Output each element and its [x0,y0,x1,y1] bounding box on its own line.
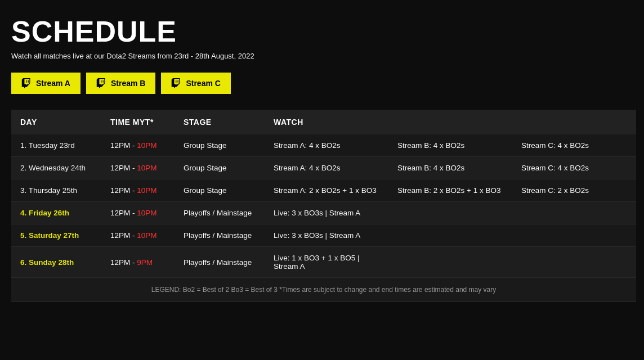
stream-c-button[interactable]: Stream C [161,73,230,94]
cell-watch-2 [512,224,636,247]
cell-watch-0: Live: 3 x BO3s | Stream A [265,202,388,224]
cell-watch-1 [388,224,512,247]
cell-stage: Group Stage [175,134,265,157]
cell-stage: Playoffs / Mainstage [175,224,265,247]
cell-day: 2. Wednesday 24th [11,157,101,179]
cell-watch-2 [512,202,636,224]
cell-stage: Playoffs / Mainstage [175,202,265,224]
col-time: TIME MYT* [101,110,175,134]
cell-watch-0: Stream A: 4 x BO2s [265,157,388,179]
table-header-row: DAY TIME MYT* STAGE WATCH [11,110,636,134]
cell-watch-0: Live: 3 x BO3s | Stream A [265,224,388,247]
cell-time: 12PM - 10PM [101,202,175,224]
cell-watch-2: Stream C: 4 x BO2s [512,157,636,179]
cell-watch-2: Stream C: 4 x BO2s [512,134,636,157]
stream-b-button[interactable]: Stream B [86,73,155,94]
stream-a-button[interactable]: Stream A [11,73,80,94]
cell-watch-2 [512,247,636,278]
cell-stage: Group Stage [175,179,265,202]
legend-row: LEGEND: Bo2 = Best of 2 Bo3 = Best of 3 … [11,278,636,302]
twitch-icon-b [96,78,106,88]
cell-watch-0: Stream A: 4 x BO2s [265,134,388,157]
cell-watch-1: Stream B: 4 x BO2s [388,134,512,157]
cell-watch-1: Stream B: 2 x BO2s + 1 x BO3 [388,179,512,202]
cell-time: 12PM - 10PM [101,157,175,179]
subtitle: Watch all matches live at our Dota2 Stre… [11,52,633,60]
stream-b-label: Stream B [111,79,145,88]
cell-time: 12PM - 9PM [101,247,175,278]
cell-day: 1. Tuesday 23rd [11,134,101,157]
table-row: 4. Friday 26th12PM - 10PMPlayoffs / Main… [11,202,636,224]
twitch-icon [21,78,32,88]
cell-watch-0: Stream A: 2 x BO2s + 1 x BO3 [265,179,388,202]
stream-c-label: Stream C [186,79,220,88]
schedule-table: DAY TIME MYT* STAGE WATCH 1. Tuesday 23r… [11,110,636,302]
legend-text: LEGEND: Bo2 = Best of 2 Bo3 = Best of 3 … [11,278,636,302]
cell-watch-1 [388,247,512,278]
cell-time: 12PM - 10PM [101,224,175,247]
cell-day: 5. Saturday 27th [11,224,101,247]
table-row: 3. Thursday 25th12PM - 10PMGroup StageSt… [11,179,636,202]
table-row: 5. Saturday 27th12PM - 10PMPlayoffs / Ma… [11,224,636,247]
col-watch: WATCH [265,110,636,134]
table-row: 6. Sunday 28th12PM - 9PMPlayoffs / Mains… [11,247,636,278]
cell-day: 4. Friday 26th [11,202,101,224]
page-title: SCHEDULE [11,17,633,46]
cell-watch-0: Live: 1 x BO3 + 1 x BO5 | Stream A [265,247,388,278]
col-day: DAY [11,110,101,134]
cell-day: 3. Thursday 25th [11,179,101,202]
cell-watch-1: Stream B: 4 x BO2s [388,157,512,179]
stream-buttons: Stream A Stream B Stream C [11,73,633,94]
twitch-icon-c [171,78,181,88]
stream-a-label: Stream A [36,79,70,88]
cell-watch-1 [388,202,512,224]
cell-day: 6. Sunday 28th [11,247,101,278]
table-row: 1. Tuesday 23rd12PM - 10PMGroup StageStr… [11,134,636,157]
cell-stage: Group Stage [175,157,265,179]
cell-time: 12PM - 10PM [101,179,175,202]
cell-stage: Playoffs / Mainstage [175,247,265,278]
cell-watch-2: Stream C: 2 x BO2s [512,179,636,202]
col-stage: STAGE [175,110,265,134]
cell-time: 12PM - 10PM [101,134,175,157]
table-row: 2. Wednesday 24th12PM - 10PMGroup StageS… [11,157,636,179]
